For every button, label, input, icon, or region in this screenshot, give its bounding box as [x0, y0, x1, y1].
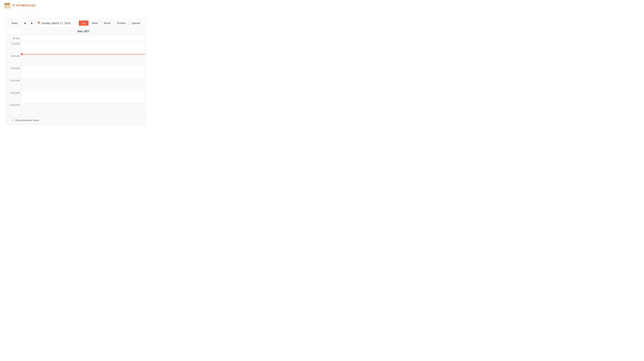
time-cell-11am[interactable]: [21, 91, 146, 103]
allday-cell[interactable]: [21, 35, 146, 42]
time-label-8am: 8:00 AM: [6, 54, 21, 66]
calendar-container: Today ◀ ▶ 📅 Sunday, March 17, 2019 Day W…: [6, 18, 146, 125]
view-buttons-group: Day Week Month Timeline Agenda: [79, 20, 143, 26]
business-hours-label: Show business hours: [15, 119, 39, 122]
table-row: 7:00 AM: [6, 42, 146, 54]
table-row: 11:00 AM: [6, 91, 146, 103]
view-btn-agenda[interactable]: Agenda: [129, 20, 143, 26]
logo-container: IT SCHEDULES: [4, 2, 36, 9]
col-header-row: Sun, 3/17: [6, 28, 146, 35]
main-content: Today ◀ ▶ 📅 Sunday, March 17, 2019 Day W…: [0, 11, 644, 133]
chevron-right-icon: ▶: [31, 22, 33, 24]
prev-button[interactable]: ◀: [22, 20, 28, 26]
app-header: IT SCHEDULES: [0, 0, 644, 11]
view-btn-day[interactable]: Day: [79, 20, 88, 26]
business-hours-footer: 🕐 Show business hours: [6, 115, 146, 125]
allday-label: all day: [6, 35, 21, 42]
current-time-dot: [21, 53, 23, 55]
svg-rect-2: [4, 4, 10, 4]
allday-row: all day: [6, 35, 146, 42]
next-button[interactable]: ▶: [29, 20, 35, 26]
svg-rect-3: [6, 3, 6, 4]
calendar-icon: 📅: [37, 22, 40, 24]
current-date-label: 📅 Sunday, March 17, 2019: [37, 22, 78, 25]
clock-icon: 🕐: [11, 119, 14, 122]
app-logo-icon: [4, 2, 11, 9]
time-cell-9am[interactable]: [21, 66, 146, 78]
chevron-left-icon: ◀: [24, 22, 26, 24]
time-gutter-header: [6, 28, 21, 35]
time-label-12pm: 12:00 PM: [6, 103, 21, 115]
time-cell-10am[interactable]: [21, 78, 146, 91]
view-btn-week[interactable]: Week: [89, 20, 100, 26]
time-cell-7am[interactable]: [21, 42, 146, 54]
table-row: 9:00 AM: [6, 66, 146, 78]
svg-rect-4: [8, 3, 9, 4]
show-business-hours-button[interactable]: 🕐 Show business hours: [8, 118, 42, 123]
calendar-grid: Sun, 3/17 all day 7:00 AM 8:00 AM: [6, 28, 146, 125]
time-label-11am: 11:00 AM: [6, 91, 21, 103]
time-slots: 7:00 AM 8:00 AM 9:00 AM: [6, 42, 146, 115]
time-cell-12pm[interactable]: [21, 103, 146, 115]
calendar-toolbar: Today ◀ ▶ 📅 Sunday, March 17, 2019 Day W…: [6, 18, 146, 28]
table-row: 12:00 PM: [6, 103, 146, 115]
current-date-text: Sunday, March 17, 2019: [42, 22, 70, 25]
view-btn-timeline[interactable]: Timeline: [114, 20, 128, 26]
time-label-10am: 10:00 AM: [6, 78, 21, 91]
time-cell-8am[interactable]: [21, 54, 146, 66]
view-btn-month[interactable]: Month: [101, 20, 113, 26]
today-button[interactable]: Today: [8, 20, 20, 26]
current-time-line: [21, 54, 146, 54]
time-label-7am: 7:00 AM: [6, 42, 21, 54]
table-row: 10:00 AM: [6, 78, 146, 91]
time-label-9am: 9:00 AM: [6, 66, 21, 78]
table-row: 8:00 AM: [6, 54, 146, 66]
col-header-sun: Sun, 3/17: [21, 28, 146, 35]
app-title: IT SCHEDULES: [12, 4, 36, 7]
